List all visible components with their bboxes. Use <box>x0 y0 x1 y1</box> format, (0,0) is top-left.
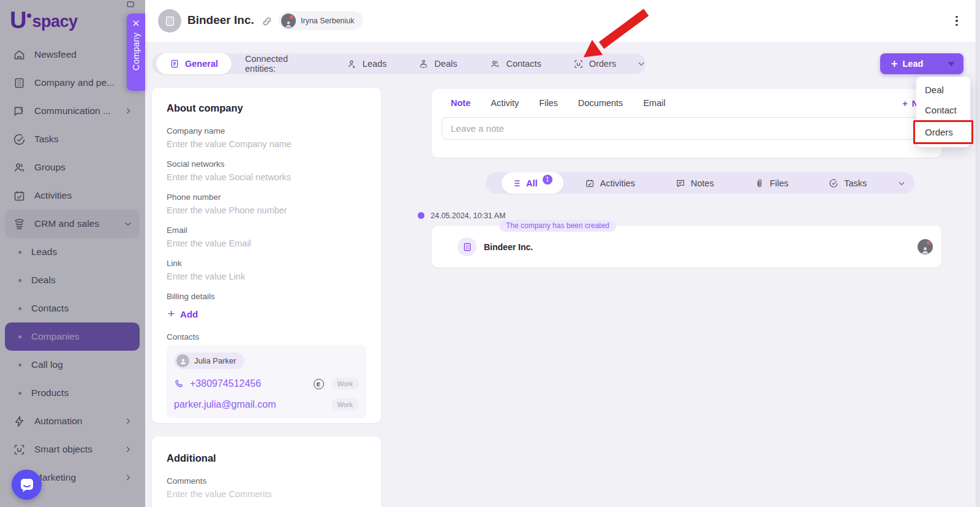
carrier-icon: E <box>314 379 324 389</box>
list-icon <box>511 178 521 188</box>
handshake-icon <box>418 59 429 69</box>
chat-icon <box>19 477 35 493</box>
social-networks-field[interactable]: Enter the value Social networks <box>167 172 366 182</box>
event-badge: The company has been created <box>499 220 616 232</box>
filter-all[interactable]: All 1 <box>502 172 564 194</box>
entry-company-name[interactable]: Bindeer Inc. <box>484 242 533 252</box>
close-icon[interactable] <box>132 19 140 28</box>
contact-email-link[interactable]: parker.julia@gmail.com <box>174 399 276 410</box>
chevron-down-icon[interactable] <box>637 59 646 68</box>
tab-contacts[interactable]: Contacts <box>490 59 541 69</box>
contact-phone-link[interactable]: +380974512456 <box>190 378 261 389</box>
note-input[interactable] <box>442 117 932 140</box>
company-entry-avatar <box>458 237 477 256</box>
sidebar-overlay <box>0 0 145 507</box>
kebab-menu-icon[interactable] <box>951 15 962 27</box>
email-field[interactable]: Enter the value Email <box>167 238 366 248</box>
plus-icon: + <box>902 99 907 109</box>
contact-card: Julia Parker +380974512456 E Work parker… <box>167 345 366 418</box>
contact-email-row: parker.julia@gmail.com Work <box>174 398 359 411</box>
entry-owner-avatar <box>918 239 933 254</box>
link-icon[interactable] <box>262 16 273 27</box>
composer-tab-email[interactable]: Email <box>643 98 665 108</box>
link-field[interactable]: Enter the value Link <box>167 272 366 281</box>
menu-item-contact[interactable]: Contact <box>916 100 970 120</box>
building-icon <box>462 242 472 252</box>
person-plus-icon <box>347 59 357 69</box>
check-circle-icon <box>829 178 839 188</box>
plus-icon: + <box>168 307 175 321</box>
count-badge: 1 <box>543 175 552 185</box>
composer-tab-activity[interactable]: Activity <box>491 98 519 108</box>
additional-card: Additional Comments Enter the value Comm… <box>152 436 381 507</box>
chevron-down-icon[interactable] <box>897 179 906 188</box>
entity-tabs: General Connected entities: Leads Deals … <box>152 53 646 74</box>
timeline-entry-card[interactable]: The company has been created Bindeer Inc… <box>432 226 941 267</box>
main-panel: Bindeer Inc. Iryna Serbeniuk General Con… <box>145 0 980 507</box>
phone-type-badge: Work <box>331 378 359 390</box>
add-lead-button[interactable]: + Lead <box>880 53 963 74</box>
add-billing-button[interactable]: + Add <box>168 307 366 321</box>
person-icon <box>176 354 189 367</box>
timeline-filter-bar: All 1 Activities Notes Files Tasks <box>486 172 914 194</box>
lead-dropdown-menu: Deal Contact Orders <box>916 77 970 147</box>
chat-fab[interactable] <box>12 470 42 500</box>
caret-down-icon <box>948 62 955 66</box>
comments-field[interactable]: Enter the value Comments <box>167 489 366 499</box>
composer-card: Note Activity Files Documents Email + No… <box>432 89 941 158</box>
avatar <box>281 13 296 28</box>
company-name-field[interactable]: Enter the value Company name <box>167 139 366 149</box>
additional-title: Additional <box>167 452 366 464</box>
composer-tab-note[interactable]: Note <box>451 98 470 108</box>
composer-tabs: Note Activity Files Documents Email <box>442 98 932 108</box>
tab-connected-entities: Connected entities: <box>245 54 321 74</box>
phone-number-field[interactable]: Enter the value Phone number <box>167 205 366 215</box>
menu-item-orders[interactable]: Orders <box>913 120 973 144</box>
building-icon <box>164 15 176 27</box>
avatar <box>918 239 933 254</box>
contact-chip[interactable]: Julia Parker <box>174 353 244 369</box>
owner-chip[interactable]: Iryna Serbeniuk <box>279 11 363 30</box>
contact-phone-row: +380974512456 E Work <box>174 378 359 390</box>
company-panel-tab[interactable]: Company <box>127 13 145 91</box>
tab-leads[interactable]: Leads <box>347 59 387 69</box>
email-type-badge: Work <box>331 398 359 411</box>
filter-notes[interactable]: Notes <box>676 178 714 188</box>
about-company-card: About company Company name Enter the val… <box>152 88 381 423</box>
timeline-date: 24.05.2024, 10:31 AM <box>431 212 505 220</box>
note-bubble-icon <box>676 178 685 188</box>
composer-tab-documents[interactable]: Documents <box>578 98 623 108</box>
plus-icon: + <box>891 58 898 69</box>
filter-activities[interactable]: Activities <box>585 178 635 188</box>
scrollbar[interactable] <box>976 0 980 507</box>
contacts-icon <box>490 59 500 69</box>
tab-general[interactable]: General <box>156 53 232 74</box>
company-avatar <box>158 9 181 32</box>
orders-icon <box>573 59 584 69</box>
filter-tasks[interactable]: Tasks <box>829 178 867 188</box>
page-title: Bindeer Inc. <box>187 13 254 27</box>
phone-icon <box>174 379 184 389</box>
filter-files[interactable]: Files <box>755 178 789 188</box>
company-header: Bindeer Inc. Iryna Serbeniuk <box>145 0 980 42</box>
paperclip-icon <box>755 178 764 188</box>
menu-item-deal[interactable]: Deal <box>916 80 970 100</box>
document-icon <box>170 59 179 69</box>
app-root: U spacy Newsfeed Company and pe... Commu… <box>0 0 980 507</box>
timeline-dot <box>418 212 424 219</box>
tab-orders[interactable]: Orders <box>573 59 616 69</box>
calendar-check-icon <box>585 178 595 188</box>
tab-deals[interactable]: Deals <box>418 59 457 69</box>
composer-tab-files[interactable]: Files <box>539 98 558 108</box>
about-title: About company <box>167 102 366 114</box>
